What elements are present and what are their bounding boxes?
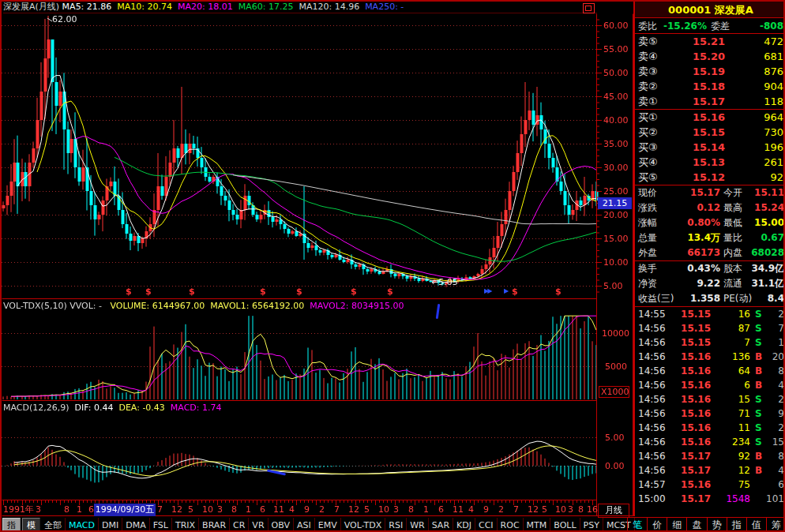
order-book-row-buy[interactable]: 买④15.13261 xyxy=(635,155,785,170)
order-level-label: 买⑤ xyxy=(638,170,658,185)
order-book-row-sell[interactable]: 卖②15.18904 xyxy=(635,79,785,94)
indicator-item-OBV[interactable]: OBV xyxy=(269,518,294,532)
order-level-label: 买④ xyxy=(638,155,658,170)
tick-count: 2 xyxy=(765,421,784,435)
tick-trade-row: 14:5615.16136B20 xyxy=(635,350,785,364)
order-book-row-sell[interactable]: 卖③15.19876 xyxy=(635,64,785,79)
tick-tab-笔[interactable]: 笔 xyxy=(627,517,648,532)
tick-count: 101 xyxy=(765,492,784,506)
quote-row: 收益(三)1.358PE(动)8.4 xyxy=(635,291,785,306)
tick-count: 4 xyxy=(765,378,784,392)
indicator-item-TRIX[interactable]: TRIX xyxy=(172,518,199,532)
order-book-row-sell[interactable]: 卖⑤15.21472 xyxy=(635,34,785,49)
indicator-item-CR[interactable]: CR xyxy=(230,518,249,532)
tick-trade-row: 15:0015.171548101 xyxy=(635,492,785,506)
order-price: 15.16 xyxy=(679,110,725,125)
quote-label: 最低 xyxy=(723,215,742,230)
indicator-item-VR[interactable]: VR xyxy=(249,518,268,532)
tick-time: 15:00 xyxy=(638,492,666,506)
quote-value: 0.12 xyxy=(668,200,720,215)
weibi-value: -15.26% xyxy=(663,18,707,34)
order-level-label: 卖② xyxy=(638,79,658,94)
quote-value: 13.4万 xyxy=(668,230,720,245)
order-book-row-buy[interactable]: 买①15.16964 xyxy=(635,110,785,125)
tick-tab-盘[interactable]: 盘 xyxy=(687,517,707,532)
tick-count: 8 xyxy=(765,449,784,463)
tick-price: 15.17 xyxy=(670,449,711,463)
order-volume: 730 xyxy=(736,125,783,140)
indicator-item-BOLL[interactable]: BOLL xyxy=(550,518,580,532)
tick-tab-指[interactable]: 指 xyxy=(727,517,747,532)
tick-direction-flag: S xyxy=(755,435,764,449)
indicator-item-PSY[interactable]: PSY xyxy=(580,518,603,532)
quote-value: 15.24 xyxy=(745,200,784,215)
order-book-row-buy[interactable]: 买②15.15730 xyxy=(635,125,785,140)
quote-value: 0.80% xyxy=(668,215,720,230)
order-book-row-sell[interactable]: 卖④15.20681 xyxy=(635,49,785,64)
order-book-row-buy[interactable]: 买③15.14196 xyxy=(635,140,785,155)
tick-volume: 87 xyxy=(714,321,750,335)
tick-trade-row: 14:5615.1664B8 xyxy=(635,364,785,378)
tick-direction-flag: S xyxy=(755,335,764,350)
indicator-item-ROC[interactable]: ROC xyxy=(498,518,524,532)
tick-trade-row: 14:5615.1615S2 xyxy=(635,392,785,406)
tick-price: 15.15 xyxy=(670,307,711,321)
quote-label: 涨跌 xyxy=(638,200,657,215)
indicator-item-MTM[interactable]: MTM xyxy=(524,518,551,532)
indicator-item-SAR[interactable]: SAR xyxy=(429,518,453,532)
indicator-item-VOL-TDX[interactable]: VOL-TDX xyxy=(341,518,386,532)
tick-direction-flag: B xyxy=(755,449,764,463)
tick-direction-flag: S xyxy=(755,321,764,335)
quote-row: 总量13.4万量比0.67 xyxy=(635,230,785,245)
tick-volume: 12 xyxy=(714,463,750,478)
indicator-item-BRAR[interactable]: BRAR xyxy=(199,518,230,532)
tick-tab-势[interactable]: 势 xyxy=(708,517,727,532)
tick-trade-row: 14:5615.16234S15 xyxy=(635,435,785,449)
tick-tab-值[interactable]: 值 xyxy=(747,517,767,532)
indicator-item-WR[interactable]: WR xyxy=(407,518,429,532)
tdx-stock-app-window: 深发展A(月线) MA5: 21.86 MA10: 20.74 MA20: 18… xyxy=(0,0,785,532)
indicator-item-DMA[interactable]: DMA xyxy=(122,518,150,532)
indicator-item-全部[interactable]: 全部 xyxy=(41,518,66,532)
order-volume: 904 xyxy=(736,79,783,94)
quote-label: 流通 xyxy=(723,276,742,291)
quote-value: 0.43% xyxy=(668,261,720,276)
tick-time: 14:56 xyxy=(638,335,666,350)
indicator-item-EMV[interactable]: EMV xyxy=(315,518,341,532)
order-book-row-buy[interactable]: 买⑤15.1292 xyxy=(635,170,785,185)
order-volume: 964 xyxy=(736,110,783,125)
tick-price: 15.16 xyxy=(670,406,711,421)
tick-time: 14:55 xyxy=(638,307,666,321)
tick-trade-row: 14:5615.166B4 xyxy=(635,378,785,392)
tick-tab-价[interactable]: 价 xyxy=(648,517,667,532)
indicator-item-ASI[interactable]: ASI xyxy=(294,518,315,532)
tick-time: 14:57 xyxy=(638,478,666,492)
order-book-row-sell[interactable]: 卖①15.17118 xyxy=(635,94,785,109)
order-price: 15.17 xyxy=(679,94,725,109)
quote-value: 31.1亿 xyxy=(745,276,784,291)
indicator-item-CCI[interactable]: CCI xyxy=(475,518,498,532)
tick-price: 15.17 xyxy=(670,463,711,478)
dividend-marker-icon: $ xyxy=(260,287,266,297)
indicator-item-RSI[interactable]: RSI xyxy=(385,518,407,532)
period-label[interactable]: 月线 xyxy=(598,504,629,518)
order-price: 15.13 xyxy=(679,155,725,170)
indicator-item-KDJ[interactable]: KDJ xyxy=(453,518,475,532)
peak-price-annotation: 62.00 xyxy=(52,14,77,24)
indicator-item-DMI[interactable]: DMI xyxy=(99,518,122,532)
quote-row: 涨跌0.12最高15.24 xyxy=(635,200,785,215)
tick-direction-flag: S xyxy=(755,406,764,421)
indicator-item-FSL[interactable]: FSL xyxy=(150,518,172,532)
tick-direction-flag: B xyxy=(755,463,764,478)
quote-value: 66173 xyxy=(668,245,720,260)
indicator-mode-button-模板[interactable]: 模板 xyxy=(22,518,40,532)
tick-trade-row: 14:5615.1587S7 xyxy=(635,321,785,335)
tick-tab-筹[interactable]: 筹 xyxy=(767,517,785,532)
tick-price: 15.16 xyxy=(670,478,711,492)
indicator-item-MACD[interactable]: MACD xyxy=(66,518,99,532)
hand-drawn-mark xyxy=(436,304,441,319)
quote-row: 净资9.22流通31.1亿 xyxy=(635,276,785,291)
indicator-mode-button-指标[interactable]: 指标 xyxy=(2,518,21,532)
tick-tab-细[interactable]: 细 xyxy=(667,517,687,532)
quote-label: 股本 xyxy=(723,261,742,276)
